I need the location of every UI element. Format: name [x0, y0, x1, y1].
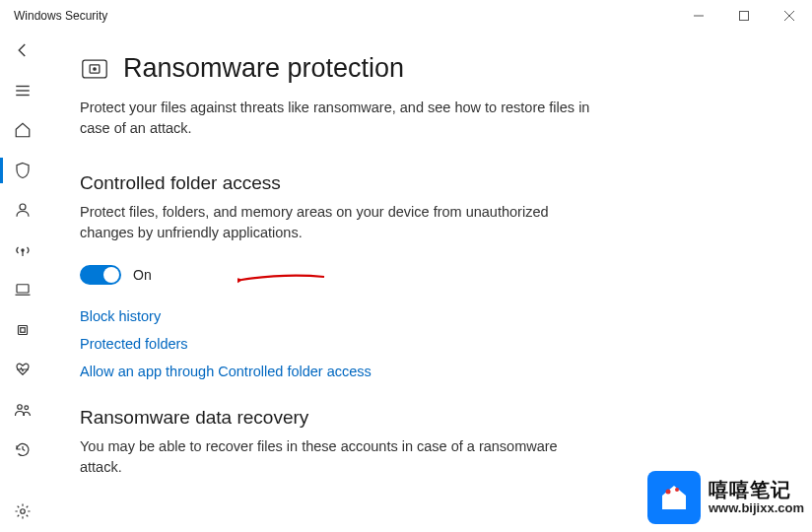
svg-point-20 — [665, 490, 670, 495]
block-history-link[interactable]: Block history — [80, 308, 763, 324]
watermark-url: www.bijixx.com — [709, 501, 804, 516]
hamburger-icon[interactable] — [0, 82, 45, 100]
person-icon[interactable] — [0, 201, 45, 220]
svg-point-16 — [21, 509, 26, 514]
svg-rect-1 — [740, 11, 749, 20]
heartbeat-icon[interactable] — [0, 361, 45, 379]
svg-rect-13 — [21, 328, 26, 333]
back-button[interactable] — [0, 41, 45, 60]
cfa-description: Protect files, folders, and memory areas… — [80, 202, 573, 243]
svg-point-15 — [25, 406, 29, 410]
titlebar: Windows Security — [0, 0, 812, 32]
home-icon[interactable] — [0, 121, 45, 140]
window-title: Windows Security — [14, 9, 107, 23]
ransomware-icon — [80, 57, 109, 81]
page-title: Ransomware protection — [123, 53, 404, 84]
history-icon[interactable] — [0, 440, 45, 459]
watermark-logo — [647, 471, 701, 524]
cfa-toggle-label: On — [133, 267, 152, 283]
shield-icon[interactable] — [0, 162, 45, 180]
recovery-title: Ransomware data recovery — [80, 407, 763, 429]
svg-point-7 — [20, 204, 26, 210]
svg-point-21 — [675, 488, 679, 492]
svg-point-19 — [94, 67, 96, 69]
close-button[interactable] — [767, 0, 812, 32]
cfa-title: Controlled folder access — [80, 172, 763, 194]
protected-folders-link[interactable]: Protected folders — [80, 336, 763, 352]
laptop-icon[interactable] — [0, 281, 45, 299]
family-icon[interactable] — [0, 401, 45, 420]
signal-icon[interactable] — [0, 241, 45, 260]
svg-rect-12 — [19, 325, 28, 334]
cfa-toggle[interactable] — [80, 265, 121, 285]
sidebar — [0, 32, 45, 532]
chip-icon[interactable] — [0, 321, 45, 340]
svg-point-14 — [18, 405, 23, 410]
minimize-button[interactable] — [676, 0, 721, 32]
maximize-button[interactable] — [721, 0, 767, 32]
allow-app-link[interactable]: Allow an app through Controlled folder a… — [80, 364, 763, 379]
annotation-arrow — [237, 271, 326, 293]
window-controls — [676, 0, 812, 32]
page-description: Protect your files against threats like … — [80, 98, 592, 139]
watermark: 嘻嘻笔记 www.bijixx.com — [647, 471, 804, 524]
svg-rect-10 — [17, 285, 29, 293]
ransomware-recovery-section: Ransomware data recovery You may be able… — [80, 407, 763, 478]
recovery-description: You may be able to recover files in thes… — [80, 436, 573, 478]
controlled-folder-access-section: Controlled folder access Protect files, … — [80, 172, 763, 379]
gear-icon[interactable] — [0, 502, 45, 521]
main-content: Ransomware protection Protect your files… — [45, 32, 812, 532]
watermark-name: 嘻嘻笔记 — [709, 479, 804, 501]
